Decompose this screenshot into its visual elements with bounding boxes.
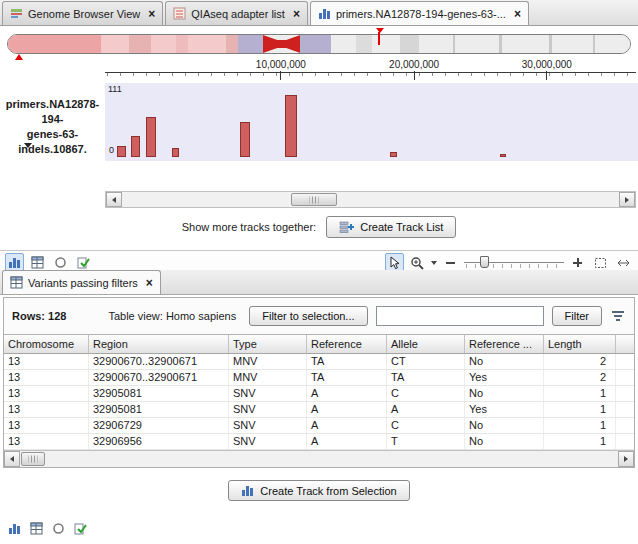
coverage-bar[interactable] [240,122,250,157]
table-cell-spacer [616,370,634,385]
table-cell-spacer [616,386,634,401]
table-cell-spacer [616,402,634,417]
table-row[interactable]: 1332900670..32900671MNVTATAYes2 [4,370,634,386]
column-header-spacer [616,335,634,353]
filter-button[interactable]: Filter [552,306,602,326]
column-header[interactable]: Length [544,335,616,353]
filter-input[interactable] [376,306,544,326]
scroll-left-button[interactable] [4,451,20,467]
scroll-track[interactable] [20,451,618,467]
checklist-icon [74,522,87,535]
validation-view-button[interactable] [71,519,90,538]
coverage-bar[interactable] [131,136,140,157]
table-row[interactable]: 1332900670..32900671MNVTACTNo2 [4,354,634,370]
table-cell: No [465,418,544,433]
tab-label: Genome Browser View [28,8,140,20]
table-cell: No [465,354,544,369]
document-tabbar: Genome Browser View × QIAseq adapter lis… [0,0,638,26]
tab-genome-browser-view[interactable]: Genome Browser View × [2,1,163,25]
cursor-icon [388,256,401,270]
table-view-label: Table view: Homo sapiens [108,310,236,322]
coverage-bar[interactable] [146,117,156,157]
coverage-bar[interactable] [117,146,126,157]
show-more-tracks-label: Show more tracks together: [182,221,317,233]
table-body: 1332900670..32900671MNVTACTNo21332900670… [4,354,634,450]
scroll-right-button[interactable] [619,192,635,207]
column-header[interactable]: Reference [307,335,387,353]
table-cell: C [387,386,465,401]
column-header[interactable]: Reference ... [465,335,544,353]
tab-qiaseq-adapter-list[interactable]: QIAseq adapter list × [165,1,308,25]
table-cell: SNV [229,418,307,433]
graph-view-button[interactable] [5,519,24,538]
scroll-track[interactable] [122,192,619,207]
table-cell: 1 [544,402,616,417]
table-hscrollbar[interactable] [4,450,634,467]
table-cell: TA [387,370,465,385]
table-row[interactable]: 1332905081SNVAAYes1 [4,402,634,418]
coverage-bar[interactable] [172,148,179,157]
checklist-icon [77,256,90,269]
table-cell: 32906956 [89,434,229,449]
close-icon[interactable]: × [514,8,521,20]
bar-chart-icon [8,256,21,269]
zoom-tool-dropdown-icon[interactable] [431,261,437,265]
column-header[interactable]: Region [89,335,229,353]
table-view-button[interactable] [27,519,46,538]
table-cell: 32905081 [89,402,229,417]
filter-to-selection-button[interactable]: Filter to selection... [249,306,367,326]
slider-track [464,262,564,263]
table-row[interactable]: 1332905081SNVACNo1 [4,386,634,402]
close-icon[interactable]: × [146,277,153,289]
table-cell: SNV [229,402,307,417]
coverage-plot[interactable]: 111 0 [105,83,638,161]
track-options-dropdown-icon[interactable] [24,143,32,148]
column-header[interactable]: Allele [387,335,465,353]
table-cell: 32905081 [89,386,229,401]
advanced-filter-icon[interactable] [610,309,626,323]
scroll-right-button[interactable] [618,451,634,467]
browser-hscrollbar[interactable] [105,191,636,208]
table-cell: No [465,434,544,449]
close-icon[interactable]: × [148,8,155,20]
scroll-thumb[interactable] [291,193,337,206]
table-cell: TA [307,370,387,385]
circular-view-button[interactable] [49,519,68,538]
variant-table-panel: Variants passing filters × Rows: 128 Tab… [0,270,638,544]
table-cell: 13 [4,354,89,369]
table-icon [31,256,44,269]
create-track-list-button[interactable]: Create Track List [326,216,456,238]
table-cell: TA [307,354,387,369]
table-row[interactable]: 1332906729SNVACNo1 [4,418,634,434]
ruler-tick-label: 10,000,000 [256,59,306,80]
chromosome-ideogram[interactable] [7,34,631,54]
genome-browser-panel: 10,000,00020,000,00030,000,000 primers.N… [0,31,638,275]
column-header[interactable]: Chromosome [4,335,89,353]
tab-variants-passing-filters[interactable]: Variants passing filters × [2,270,161,294]
coverage-bar[interactable] [390,152,397,157]
bar-chart-icon [318,7,331,20]
table-cell-spacer [616,434,634,449]
table-cell: SNV [229,434,307,449]
zoom-slider-thumb[interactable] [480,256,489,268]
table-cell: 2 [544,354,616,369]
track-row: primers.NA12878-194- genes-63-indels.108… [0,83,638,161]
zoom-slider[interactable] [464,256,564,270]
coverage-bar[interactable] [285,95,297,157]
track-list-icon [339,220,354,234]
fit-rectangle-icon [594,257,607,269]
create-track-from-selection-button[interactable]: Create Track from Selection [228,480,409,501]
column-header[interactable]: Type [229,335,307,353]
scroll-left-button[interactable] [106,192,122,207]
tab-primers-track[interactable]: primers.NA12878-194-genes-63-... × [310,1,529,25]
table-footer: Create Track from Selection [0,480,638,501]
scroll-thumb[interactable] [21,452,45,466]
close-icon[interactable]: × [293,8,300,20]
position-ruler: 10,000,00020,000,00030,000,000 [105,57,638,83]
track-name[interactable]: primers.NA12878-194- genes-63-indels.108… [0,83,105,161]
table-cell: A [307,402,387,417]
table-row[interactable]: 1332906956SNVATNo1 [4,434,634,450]
coverage-bar[interactable] [500,154,506,157]
table-cell: No [465,386,544,401]
table-cell: C [387,418,465,433]
